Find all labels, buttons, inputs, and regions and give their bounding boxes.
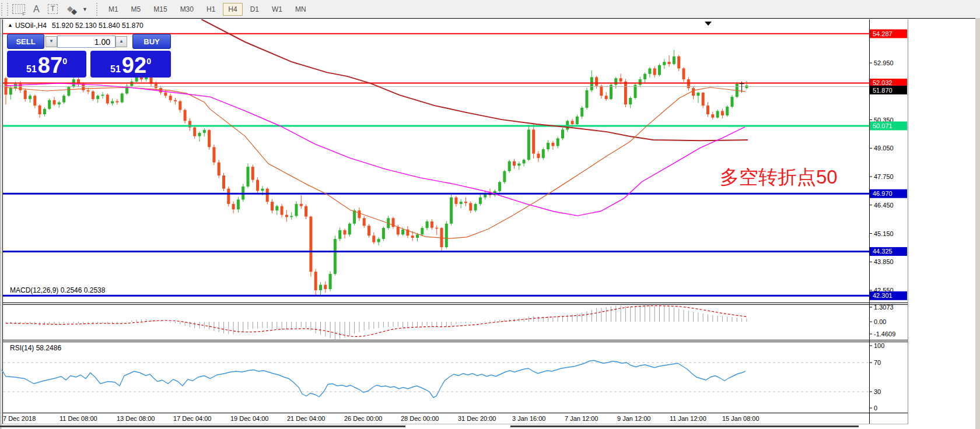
timeframe-button-mn[interactable]: MN: [290, 3, 312, 16]
buy-price-tile[interactable]: 51 92 0: [90, 51, 171, 78]
svg-text:70: 70: [874, 359, 881, 366]
svg-text:43.850: 43.850: [874, 258, 894, 265]
rsi-pane: [2, 360, 869, 398]
svg-text:50.071: 50.071: [873, 122, 892, 129]
sell-price-tile[interactable]: 51 87 0: [7, 51, 86, 78]
sell-price-sup: 0: [62, 57, 67, 66]
text-tool-icon: T: [48, 4, 58, 14]
toolbar-grip[interactable]: [1, 3, 8, 16]
buy-price-big: 92: [122, 55, 146, 76]
svg-text:28 Dec 00:00: 28 Dec 00:00: [401, 415, 439, 422]
svg-text:51.870: 51.870: [873, 87, 892, 94]
buy-button[interactable]: BUY: [132, 34, 171, 49]
sell-price-prefix: 51: [26, 63, 37, 76]
svg-text:46.450: 46.450: [874, 202, 894, 209]
svg-text:52.950: 52.950: [874, 59, 894, 66]
terminal-window: 52.95051.65050.35049.05047.75046.45045.1…: [0, 0, 980, 429]
chart-text-annotation: 多空转折点50: [720, 164, 838, 191]
svg-text:42.301: 42.301: [873, 292, 892, 299]
svg-text:45.150: 45.150: [874, 230, 894, 237]
chart-title: ▲USOil-,H451.920 52.130 51.840 51.870: [8, 22, 144, 30]
chevron-down-icon: ▼: [82, 6, 88, 12]
svg-text:7 Dec 2018: 7 Dec 2018: [3, 415, 36, 422]
timeframe-button-d1[interactable]: D1: [245, 3, 264, 16]
volume-decrease-button[interactable]: ▼: [46, 36, 57, 47]
svg-text:52.032: 52.032: [873, 79, 892, 86]
timeframe-button-m15[interactable]: M15: [148, 3, 172, 16]
letter-a-icon: A: [33, 4, 40, 15]
symbol-label: USOil-,H4: [15, 22, 47, 30]
toolbar-separator: [96, 3, 97, 16]
one-click-trading-panel: SELL ▼ ▲ BUY 51 87 0 51 92 0: [7, 34, 171, 78]
grid-f-icon: F: [12, 4, 25, 14]
svg-text:46.970: 46.970: [873, 190, 892, 197]
arrow-up-icon: ▲: [119, 38, 124, 44]
volume-input[interactable]: [57, 36, 116, 48]
svg-text:49.050: 49.050: [874, 145, 894, 152]
macd-indicator-label: MACD(12,26,9) 0.2546 0.2538: [10, 286, 105, 294]
fractal-grid-button[interactable]: F: [12, 4, 25, 14]
sell-price-big: 87: [38, 55, 62, 76]
collapse-triangle-icon[interactable]: ▲: [8, 22, 13, 28]
svg-text:30: 30: [874, 388, 881, 395]
shapes-button[interactable]: ◆◆ ▼: [66, 4, 88, 15]
svg-text:7 Jan 12:00: 7 Jan 12:00: [565, 415, 598, 422]
svg-text:9 Jan 12:00: 9 Jan 12:00: [617, 415, 651, 422]
svg-text:100: 100: [874, 342, 884, 349]
ohlc-values: 51.920 52.130 51.840 51.870: [52, 22, 144, 30]
sell-button[interactable]: SELL: [7, 34, 44, 49]
timeframe-button-m30[interactable]: M30: [175, 3, 199, 16]
timeframe-button-w1[interactable]: W1: [267, 3, 288, 16]
font-button[interactable]: A: [33, 4, 40, 15]
timeframe-button-m5[interactable]: M5: [126, 3, 146, 16]
arrow-down-icon: ▼: [49, 38, 54, 44]
svg-text:17 Dec 04:00: 17 Dec 04:00: [173, 415, 211, 422]
svg-text:21 Dec 04:00: 21 Dec 04:00: [287, 415, 325, 422]
date-axis[interactable]: 7 Dec 201811 Dec 08:0013 Dec 08:0017 Dec…: [3, 415, 760, 422]
svg-text:0.00: 0.00: [874, 318, 886, 325]
svg-text:0: 0: [874, 405, 877, 412]
buy-price-prefix: 51: [110, 63, 121, 76]
svg-text:13 Dec 08:00: 13 Dec 08:00: [117, 415, 155, 422]
svg-text:15 Jan 08:00: 15 Jan 08:00: [722, 415, 760, 422]
svg-text:1.3073: 1.3073: [874, 304, 894, 311]
timeframe-button-h4[interactable]: H4: [223, 3, 242, 16]
svg-text:11 Dec 08:00: 11 Dec 08:00: [60, 415, 97, 422]
toolbar: F A T ◆◆ ▼ M1 M5 M15 M30 H1 H4 D1 W1 MN: [0, 0, 980, 18]
text-tool-button[interactable]: T: [48, 4, 58, 14]
svg-text:54.287: 54.287: [873, 30, 892, 37]
price-axis[interactable]: 52.95051.65050.35049.05047.75046.45045.1…: [870, 29, 907, 412]
svg-text:19 Dec 04:00: 19 Dec 04:00: [230, 415, 268, 422]
svg-text:3 Jan 16:00: 3 Jan 16:00: [512, 415, 546, 422]
svg-text:11 Jan 12:00: 11 Jan 12:00: [670, 415, 706, 422]
chart-shift-marker: [705, 22, 712, 26]
svg-text:44.325: 44.325: [873, 248, 892, 255]
rsi-indicator-label: RSI(14) 58.2486: [10, 344, 61, 352]
volume-increase-button[interactable]: ▲: [116, 36, 127, 47]
buy-price-sup: 0: [146, 57, 151, 66]
svg-text:26 Dec 00:00: 26 Dec 00:00: [344, 415, 382, 422]
svg-text:47.750: 47.750: [874, 173, 894, 180]
timeframe-button-h1[interactable]: H1: [201, 3, 220, 16]
timeframe-button-m1[interactable]: M1: [103, 3, 124, 16]
svg-text:-1.4609: -1.4609: [874, 330, 895, 337]
macd-pane: [6, 305, 747, 339]
svg-text:31 Dec 20:00: 31 Dec 20:00: [458, 415, 496, 422]
shapes-icon: ◆◆: [66, 4, 81, 15]
